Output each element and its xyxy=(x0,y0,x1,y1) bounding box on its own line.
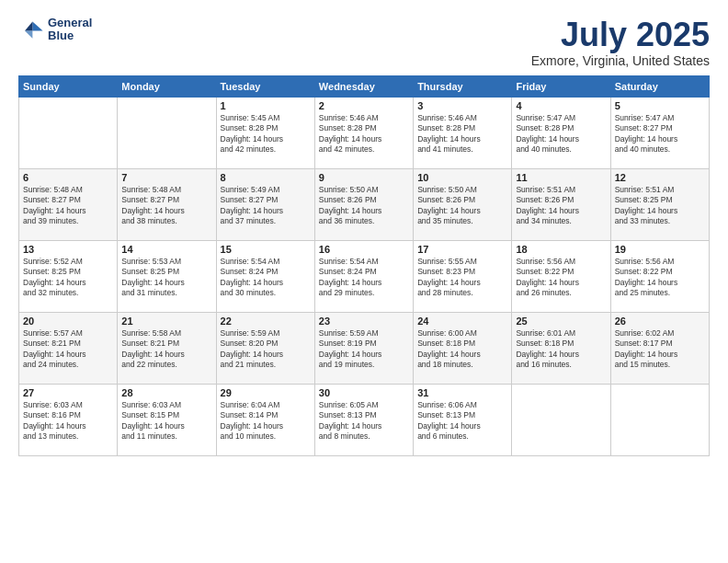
day-info: Sunrise: 5:48 AM Sunset: 8:27 PM Dayligh… xyxy=(23,185,113,227)
svg-marker-0 xyxy=(32,22,42,31)
day-cell: 2Sunrise: 5:46 AM Sunset: 8:28 PM Daylig… xyxy=(314,97,413,168)
day-cell: 29Sunrise: 6:04 AM Sunset: 8:14 PM Dayli… xyxy=(216,384,314,455)
day-cell: 10Sunrise: 5:50 AM Sunset: 8:26 PM Dayli… xyxy=(414,168,512,240)
week-row-4: 20Sunrise: 5:57 AM Sunset: 8:21 PM Dayli… xyxy=(19,312,710,384)
day-cell xyxy=(19,97,118,168)
weekday-header-row: SundayMondayTuesdayWednesdayThursdayFrid… xyxy=(19,75,710,97)
weekday-header-wednesday: Wednesday xyxy=(314,75,413,97)
day-number: 27 xyxy=(23,387,113,398)
day-cell: 25Sunrise: 6:01 AM Sunset: 8:18 PM Dayli… xyxy=(512,312,610,384)
day-info: Sunrise: 5:52 AM Sunset: 8:25 PM Dayligh… xyxy=(23,257,113,299)
day-number: 8 xyxy=(221,172,311,183)
day-number: 31 xyxy=(417,387,507,398)
day-info: Sunrise: 5:46 AM Sunset: 8:28 PM Dayligh… xyxy=(319,113,409,155)
weekday-header-tuesday: Tuesday xyxy=(216,75,314,97)
day-number: 16 xyxy=(319,244,409,255)
day-info: Sunrise: 5:49 AM Sunset: 8:27 PM Dayligh… xyxy=(221,185,311,227)
day-cell: 9Sunrise: 5:50 AM Sunset: 8:26 PM Daylig… xyxy=(314,168,413,240)
day-cell: 4Sunrise: 5:47 AM Sunset: 8:28 PM Daylig… xyxy=(512,97,610,168)
week-row-2: 6Sunrise: 5:48 AM Sunset: 8:27 PM Daylig… xyxy=(19,168,710,240)
day-info: Sunrise: 5:47 AM Sunset: 8:28 PM Dayligh… xyxy=(516,113,606,155)
day-number: 6 xyxy=(23,172,113,183)
day-cell: 1Sunrise: 5:45 AM Sunset: 8:28 PM Daylig… xyxy=(216,97,314,168)
day-cell xyxy=(512,384,610,455)
title-month: July 2025 xyxy=(531,17,710,53)
svg-marker-1 xyxy=(25,22,32,31)
day-number: 18 xyxy=(516,244,606,255)
day-number: 30 xyxy=(319,387,409,398)
day-cell: 19Sunrise: 5:56 AM Sunset: 8:22 PM Dayli… xyxy=(610,240,709,312)
day-number: 17 xyxy=(417,244,507,255)
day-number: 20 xyxy=(23,316,113,327)
day-cell: 12Sunrise: 5:51 AM Sunset: 8:25 PM Dayli… xyxy=(610,168,709,240)
day-number: 5 xyxy=(615,100,705,111)
day-info: Sunrise: 6:04 AM Sunset: 8:14 PM Dayligh… xyxy=(221,400,311,442)
day-info: Sunrise: 5:58 AM Sunset: 8:21 PM Dayligh… xyxy=(121,328,211,371)
day-info: Sunrise: 6:03 AM Sunset: 8:16 PM Dayligh… xyxy=(23,400,113,442)
day-number: 19 xyxy=(615,244,705,255)
day-cell: 14Sunrise: 5:53 AM Sunset: 8:25 PM Dayli… xyxy=(118,240,216,312)
day-number: 3 xyxy=(417,100,507,111)
calendar-table: SundayMondayTuesdayWednesdayThursdayFrid… xyxy=(18,75,710,456)
day-info: Sunrise: 5:59 AM Sunset: 8:20 PM Dayligh… xyxy=(221,328,311,371)
day-info: Sunrise: 5:53 AM Sunset: 8:25 PM Dayligh… xyxy=(121,257,211,299)
day-cell: 13Sunrise: 5:52 AM Sunset: 8:25 PM Dayli… xyxy=(19,240,118,312)
weekday-header-monday: Monday xyxy=(118,75,216,97)
day-info: Sunrise: 5:54 AM Sunset: 8:24 PM Dayligh… xyxy=(319,257,409,299)
day-number: 22 xyxy=(221,316,311,327)
logo-line1: General xyxy=(48,17,92,29)
day-cell: 8Sunrise: 5:49 AM Sunset: 8:27 PM Daylig… xyxy=(216,168,314,240)
header: General Blue July 2025 Exmore, Virginia,… xyxy=(18,17,710,68)
logo: General Blue xyxy=(18,17,92,43)
title-location: Exmore, Virginia, United States xyxy=(531,53,710,68)
day-info: Sunrise: 6:00 AM Sunset: 8:18 PM Dayligh… xyxy=(417,328,507,371)
day-cell: 20Sunrise: 5:57 AM Sunset: 8:21 PM Dayli… xyxy=(19,312,118,384)
day-info: Sunrise: 6:02 AM Sunset: 8:17 PM Dayligh… xyxy=(615,328,705,371)
day-cell: 30Sunrise: 6:05 AM Sunset: 8:13 PM Dayli… xyxy=(314,384,413,455)
logo-line2: Blue xyxy=(48,29,92,42)
day-number: 23 xyxy=(319,316,409,327)
day-number: 13 xyxy=(23,244,113,255)
title-block: July 2025 Exmore, Virginia, United State… xyxy=(531,17,710,68)
day-number: 4 xyxy=(516,100,606,111)
day-info: Sunrise: 5:55 AM Sunset: 8:23 PM Dayligh… xyxy=(417,257,507,299)
day-info: Sunrise: 6:06 AM Sunset: 8:13 PM Dayligh… xyxy=(417,400,507,442)
day-info: Sunrise: 5:51 AM Sunset: 8:26 PM Dayligh… xyxy=(516,185,606,227)
svg-marker-2 xyxy=(25,31,32,39)
day-number: 9 xyxy=(319,172,409,183)
weekday-header-thursday: Thursday xyxy=(414,75,512,97)
day-info: Sunrise: 6:03 AM Sunset: 8:15 PM Dayligh… xyxy=(121,400,211,442)
day-number: 29 xyxy=(221,387,311,398)
day-number: 24 xyxy=(417,316,507,327)
day-info: Sunrise: 5:57 AM Sunset: 8:21 PM Dayligh… xyxy=(23,328,113,371)
day-cell: 23Sunrise: 5:59 AM Sunset: 8:19 PM Dayli… xyxy=(314,312,413,384)
weekday-header-sunday: Sunday xyxy=(19,75,118,97)
day-cell: 22Sunrise: 5:59 AM Sunset: 8:20 PM Dayli… xyxy=(216,312,314,384)
day-number: 7 xyxy=(121,172,211,183)
day-info: Sunrise: 5:51 AM Sunset: 8:25 PM Dayligh… xyxy=(615,185,705,227)
weekday-header-friday: Friday xyxy=(512,75,610,97)
day-number: 15 xyxy=(221,244,311,255)
day-cell: 11Sunrise: 5:51 AM Sunset: 8:26 PM Dayli… xyxy=(512,168,610,240)
day-number: 25 xyxy=(516,316,606,327)
day-info: Sunrise: 5:54 AM Sunset: 8:24 PM Dayligh… xyxy=(221,257,311,299)
day-info: Sunrise: 6:01 AM Sunset: 8:18 PM Dayligh… xyxy=(516,328,606,371)
weekday-header-saturday: Saturday xyxy=(610,75,709,97)
day-number: 26 xyxy=(615,316,705,327)
day-number: 1 xyxy=(221,100,311,111)
day-cell: 17Sunrise: 5:55 AM Sunset: 8:23 PM Dayli… xyxy=(414,240,512,312)
day-cell: 6Sunrise: 5:48 AM Sunset: 8:27 PM Daylig… xyxy=(19,168,118,240)
day-info: Sunrise: 5:48 AM Sunset: 8:27 PM Dayligh… xyxy=(121,185,211,227)
day-cell: 28Sunrise: 6:03 AM Sunset: 8:15 PM Dayli… xyxy=(118,384,216,455)
day-number: 14 xyxy=(121,244,211,255)
day-cell xyxy=(610,384,709,455)
day-info: Sunrise: 5:45 AM Sunset: 8:28 PM Dayligh… xyxy=(221,113,311,155)
day-cell: 26Sunrise: 6:02 AM Sunset: 8:17 PM Dayli… xyxy=(610,312,709,384)
day-info: Sunrise: 6:05 AM Sunset: 8:13 PM Dayligh… xyxy=(319,400,409,442)
day-info: Sunrise: 5:56 AM Sunset: 8:22 PM Dayligh… xyxy=(615,257,705,299)
day-number: 2 xyxy=(319,100,409,111)
day-cell: 21Sunrise: 5:58 AM Sunset: 8:21 PM Dayli… xyxy=(118,312,216,384)
day-info: Sunrise: 5:46 AM Sunset: 8:28 PM Dayligh… xyxy=(417,113,507,155)
day-cell: 24Sunrise: 6:00 AM Sunset: 8:18 PM Dayli… xyxy=(414,312,512,384)
day-cell: 5Sunrise: 5:47 AM Sunset: 8:27 PM Daylig… xyxy=(610,97,709,168)
